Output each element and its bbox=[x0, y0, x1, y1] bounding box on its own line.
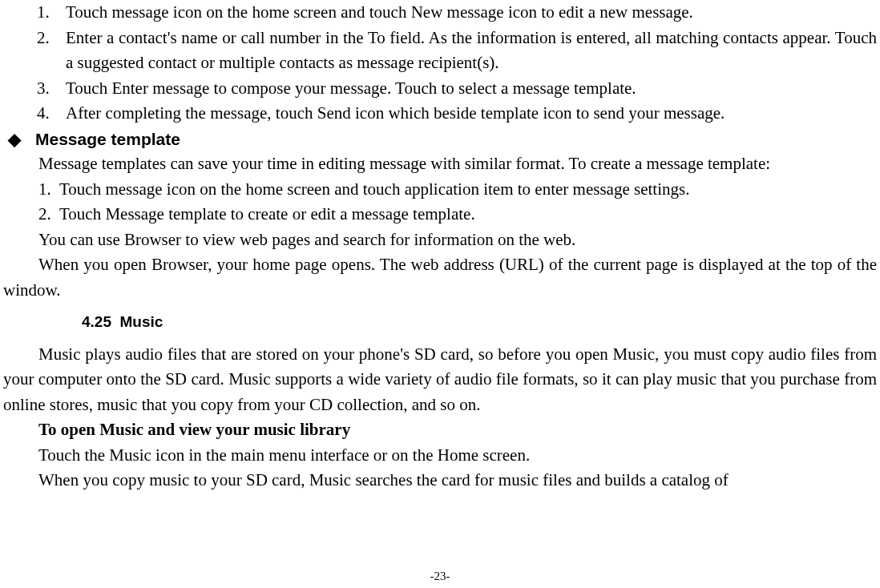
list1-num-4: 4. bbox=[37, 101, 56, 127]
browser-para-1: You can use Browser to view web pages an… bbox=[3, 228, 877, 253]
list1-item-3: 3.Touch Enter message to compose your me… bbox=[3, 76, 877, 102]
list1-text-4: After completing the message, touch Send… bbox=[66, 103, 725, 123]
browser-para-2: When you open Browser, your home page op… bbox=[3, 252, 877, 303]
list1-text-2: Enter a contact's name or call number in… bbox=[66, 28, 877, 73]
section-heading-music: 4.25 Music bbox=[3, 311, 877, 334]
diamond-bullet-icon: ◆ bbox=[8, 127, 35, 152]
list1-text-3: Touch Enter message to compose your mess… bbox=[66, 79, 636, 98]
list1-item-4: 4.After completing the message, touch Se… bbox=[3, 101, 877, 127]
heading-number: 4.25 bbox=[82, 313, 111, 330]
bullet-label: Message template bbox=[35, 130, 180, 148]
music-line-2: When you copy music to your SD card, Mus… bbox=[3, 468, 877, 493]
page-number: -23- bbox=[0, 567, 880, 586]
music-line-1: Touch the Music icon in the main menu in… bbox=[3, 443, 877, 469]
list2-num-1: 1. bbox=[38, 177, 54, 203]
list1-num-1: 1. bbox=[37, 0, 56, 26]
list1-num-2: 2. bbox=[37, 26, 56, 51]
list2-item-2: 2.Touch Message template to create or ed… bbox=[3, 202, 877, 228]
bullet-message-template: ◆Message template bbox=[3, 127, 877, 152]
list1-text-1: Touch message icon on the home screen an… bbox=[66, 2, 693, 22]
list2-item-1: 1.Touch message icon on the home screen … bbox=[3, 177, 877, 203]
message-template-intro: Message templates can save your time in … bbox=[3, 151, 877, 177]
list1-num-3: 3. bbox=[37, 76, 56, 102]
heading-title: Music bbox=[120, 313, 163, 330]
list1-item-1: 1.Touch message icon on the home screen … bbox=[3, 0, 877, 26]
music-subheading: To open Music and view your music librar… bbox=[3, 417, 877, 443]
list1-item-2: 2.Enter a contact's name or call number … bbox=[3, 26, 877, 76]
music-para: Music plays audio files that are stored … bbox=[3, 342, 877, 418]
list2-text-2: Touch Message template to create or edit… bbox=[59, 204, 475, 224]
list2-num-2: 2. bbox=[38, 202, 54, 228]
list2-text-1: Touch message icon on the home screen an… bbox=[59, 179, 689, 199]
